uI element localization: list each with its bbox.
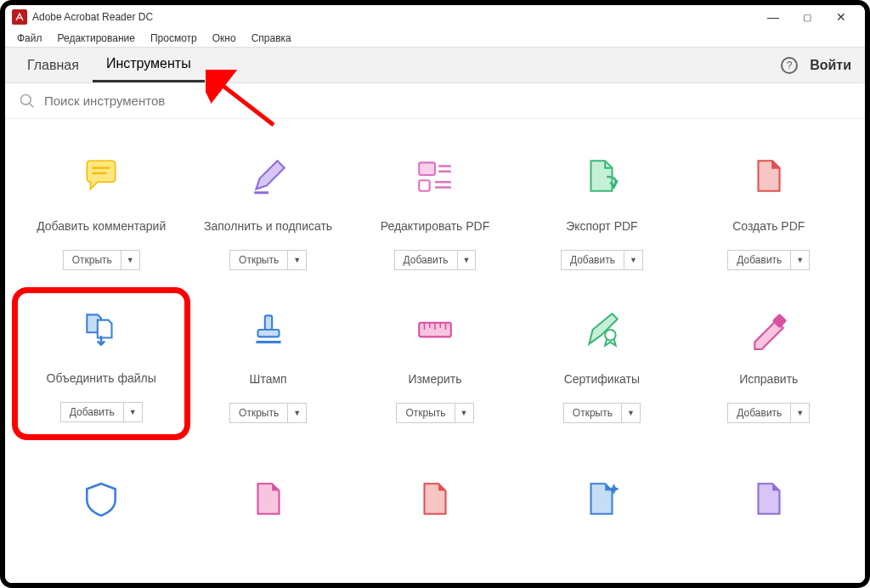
tool-edit-button[interactable]: Добавить▼: [394, 250, 477, 270]
tool-peek-5[interactable]: [690, 467, 848, 540]
svg-rect-11: [264, 315, 271, 330]
minimize-button[interactable]: —: [756, 5, 790, 29]
page-icon: [243, 474, 294, 525]
svg-rect-6: [419, 180, 430, 191]
tool-combine-button[interactable]: Добавить▼: [60, 402, 143, 422]
tool-peek-2[interactable]: [189, 467, 347, 540]
tool-combine[interactable]: Объединить файлы Добавить▼: [12, 287, 190, 440]
close-button[interactable]: ✕: [824, 5, 858, 29]
comment-icon: [76, 151, 127, 202]
tool-peek-1[interactable]: [22, 467, 180, 540]
page-icon: [410, 474, 460, 525]
svg-line-1: [30, 103, 34, 107]
combine-icon: [76, 303, 127, 354]
signin-button[interactable]: Войти: [810, 58, 856, 73]
tool-create[interactable]: Создать PDF Добавить▼: [690, 144, 848, 277]
tabbar: Главная Инструменты ? Войти: [5, 48, 865, 83]
menu-window[interactable]: Окно: [206, 31, 243, 46]
titlebar: Adobe Acrobat Reader DC — ▢ ✕: [5, 5, 865, 29]
app-window: Adobe Acrobat Reader DC — ▢ ✕ Файл Редак…: [0, 0, 870, 588]
menu-help[interactable]: Справка: [245, 31, 298, 46]
tool-export[interactable]: Экспорт PDF Добавить▼: [523, 144, 681, 277]
tool-cert[interactable]: Сертификаты Открыть▼: [523, 297, 681, 430]
tool-stamp-button[interactable]: Открыть▼: [229, 403, 307, 423]
tool-cert-button[interactable]: Открыть▼: [563, 403, 641, 423]
maximize-button[interactable]: ▢: [790, 5, 824, 29]
tools-content: Добавить комментарий Открыть▼ Заполнить …: [5, 119, 865, 583]
app-icon: [12, 9, 27, 25]
measure-icon: [410, 304, 460, 355]
tool-edit[interactable]: Редактировать PDF Добавить▼: [356, 144, 514, 277]
tool-comment[interactable]: Добавить комментарий Открыть▼: [22, 144, 180, 277]
svg-rect-12: [257, 330, 279, 336]
tool-create-button[interactable]: Добавить▼: [727, 250, 810, 270]
svg-point-0: [21, 94, 31, 105]
tab-home[interactable]: Главная: [14, 49, 93, 82]
tool-peek-3[interactable]: [356, 467, 514, 540]
tab-tools[interactable]: Инструменты: [93, 48, 205, 82]
menu-edit[interactable]: Редактирование: [51, 31, 142, 46]
tool-fillsign-button[interactable]: Открыть▼: [229, 250, 307, 270]
tool-comment-button[interactable]: Открыть▼: [63, 250, 140, 270]
tool-fillsign[interactable]: Заполнить и подписать Открыть▼: [189, 144, 347, 277]
tool-stamp[interactable]: Штамп Открыть▼: [189, 297, 347, 430]
create-icon: [743, 151, 794, 202]
tool-export-button[interactable]: Добавить▼: [561, 250, 643, 270]
edit-icon: [410, 151, 460, 202]
stamp-icon: [243, 304, 294, 355]
cert-icon: [576, 304, 627, 355]
tool-peek-4[interactable]: [523, 467, 681, 540]
window-controls: — ▢ ✕: [756, 5, 858, 29]
search-bar: [5, 83, 865, 119]
search-input[interactable]: [44, 93, 299, 108]
help-icon[interactable]: ?: [781, 57, 798, 74]
menu-view[interactable]: Просмотр: [144, 31, 204, 46]
fillsign-icon: [243, 151, 294, 202]
tool-measure[interactable]: Измерить Открыть▼: [356, 297, 514, 430]
tool-measure-button[interactable]: Открыть▼: [396, 403, 473, 423]
sparkle-page-icon: [576, 474, 627, 525]
search-icon: [19, 93, 36, 110]
svg-rect-5: [419, 162, 435, 175]
redact-icon: [743, 304, 794, 355]
page-icon: [743, 474, 794, 525]
menubar: Файл Редактирование Просмотр Окно Справк…: [5, 29, 865, 48]
export-icon: [576, 151, 627, 202]
tool-redact-button[interactable]: Добавить▼: [727, 403, 810, 423]
menu-file[interactable]: Файл: [10, 31, 49, 46]
window-title: Adobe Acrobat Reader DC: [32, 11, 153, 23]
tool-redact[interactable]: Исправить Добавить▼: [690, 297, 848, 430]
shield-icon: [76, 474, 127, 525]
